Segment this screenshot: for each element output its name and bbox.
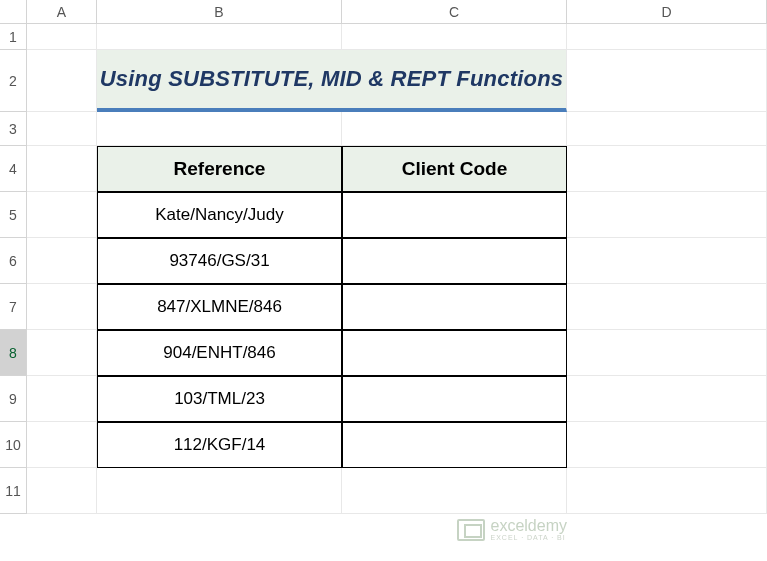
watermark-main: exceldemy bbox=[491, 518, 567, 534]
table-header-clientcode: Client Code bbox=[342, 146, 567, 192]
cell-d5[interactable] bbox=[567, 192, 767, 238]
cell-a10[interactable] bbox=[27, 422, 97, 468]
col-header-a[interactable]: A bbox=[27, 0, 97, 24]
row-header-4[interactable]: 4 bbox=[0, 146, 27, 192]
table-row[interactable]: 847/XLMNE/846 bbox=[97, 284, 342, 330]
table-row[interactable] bbox=[342, 422, 567, 468]
cell-b11[interactable] bbox=[97, 468, 342, 514]
row-header-1[interactable]: 1 bbox=[0, 24, 27, 50]
row-header-7[interactable]: 7 bbox=[0, 284, 27, 330]
cell-d10[interactable] bbox=[567, 422, 767, 468]
watermark-sub: EXCEL · DATA · BI bbox=[491, 534, 567, 541]
cell-d1[interactable] bbox=[567, 24, 767, 50]
select-all-corner[interactable] bbox=[0, 0, 27, 24]
cell-a1[interactable] bbox=[27, 24, 97, 50]
exceldemy-icon bbox=[457, 519, 485, 541]
cell-c1[interactable] bbox=[342, 24, 567, 50]
table-row[interactable] bbox=[342, 192, 567, 238]
table-row[interactable] bbox=[342, 238, 567, 284]
row-header-5[interactable]: 5 bbox=[0, 192, 27, 238]
table-row[interactable] bbox=[342, 330, 567, 376]
table-row[interactable]: 904/ENHT/846 bbox=[97, 330, 342, 376]
cell-d11[interactable] bbox=[567, 468, 767, 514]
cell-d3[interactable] bbox=[567, 112, 767, 146]
cell-a6[interactable] bbox=[27, 238, 97, 284]
row-header-11[interactable]: 11 bbox=[0, 468, 27, 514]
cell-a2[interactable] bbox=[27, 50, 97, 112]
table-row[interactable] bbox=[342, 376, 567, 422]
table-row[interactable] bbox=[342, 284, 567, 330]
cell-d7[interactable] bbox=[567, 284, 767, 330]
col-header-b[interactable]: B bbox=[97, 0, 342, 24]
row-header-8[interactable]: 8 bbox=[0, 330, 27, 376]
spreadsheet-grid: A B C D 1 2 Using SUBSTITUTE, MID & REPT… bbox=[0, 0, 767, 514]
row-header-9[interactable]: 9 bbox=[0, 376, 27, 422]
cell-c3[interactable] bbox=[342, 112, 567, 146]
table-row[interactable]: 93746/GS/31 bbox=[97, 238, 342, 284]
row-header-10[interactable]: 10 bbox=[0, 422, 27, 468]
row-header-2[interactable]: 2 bbox=[0, 50, 27, 112]
col-header-d[interactable]: D bbox=[567, 0, 767, 24]
table-row[interactable]: 103/TML/23 bbox=[97, 376, 342, 422]
watermark-text: exceldemy EXCEL · DATA · BI bbox=[491, 518, 567, 541]
cell-d8[interactable] bbox=[567, 330, 767, 376]
cell-a11[interactable] bbox=[27, 468, 97, 514]
cell-a4[interactable] bbox=[27, 146, 97, 192]
cell-c11[interactable] bbox=[342, 468, 567, 514]
cell-d2[interactable] bbox=[567, 50, 767, 112]
cell-d9[interactable] bbox=[567, 376, 767, 422]
col-header-c[interactable]: C bbox=[342, 0, 567, 24]
table-row[interactable]: 112/KGF/14 bbox=[97, 422, 342, 468]
cell-a8[interactable] bbox=[27, 330, 97, 376]
cell-d4[interactable] bbox=[567, 146, 767, 192]
watermark: exceldemy EXCEL · DATA · BI bbox=[457, 518, 567, 541]
cell-d6[interactable] bbox=[567, 238, 767, 284]
cell-b1[interactable] bbox=[97, 24, 342, 50]
cell-a5[interactable] bbox=[27, 192, 97, 238]
cell-a3[interactable] bbox=[27, 112, 97, 146]
row-header-3[interactable]: 3 bbox=[0, 112, 27, 146]
table-header-reference: Reference bbox=[97, 146, 342, 192]
page-title: Using SUBSTITUTE, MID & REPT Functions bbox=[97, 50, 567, 112]
cell-b3[interactable] bbox=[97, 112, 342, 146]
table-row[interactable]: Kate/Nancy/Judy bbox=[97, 192, 342, 238]
cell-a9[interactable] bbox=[27, 376, 97, 422]
cell-a7[interactable] bbox=[27, 284, 97, 330]
row-header-6[interactable]: 6 bbox=[0, 238, 27, 284]
